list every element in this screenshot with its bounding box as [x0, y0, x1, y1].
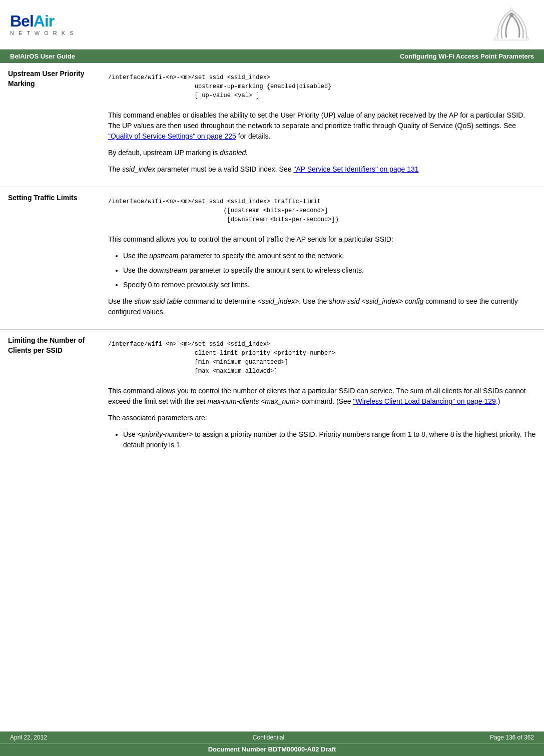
title-left: BelAirOS User Guide [10, 53, 75, 60]
clients-assoc-params: The associated parameters are: [108, 413, 536, 423]
section-traffic: Setting Traffic Limits /interface/wifi-<… [0, 187, 544, 330]
section-label-upstream: Upstream User Priority Marking [0, 63, 100, 187]
traffic-bullets: Use the upstream parameter to specify th… [123, 251, 536, 290]
code-clients: /interface/wifi-<n>-<m>/set ssid <ssid_i… [108, 336, 536, 380]
traffic-intro: This command allows you to control the a… [108, 234, 536, 245]
bullet-downstream: Use the downstream parameter to specify … [123, 265, 536, 276]
footer-wrapper: April 22, 2012 Confidential Page 136 of … [0, 731, 544, 756]
section-clients: Limiting the Number of Clients per SSID … [0, 330, 544, 463]
upstream-default: By default, upstream UP marking is disab… [108, 148, 536, 158]
footer-doc: Document Number BDTM00000-A02 Draft [0, 743, 544, 756]
upstream-ssid-param: The ssid_index parameter must be a valid… [108, 164, 536, 175]
upstream-desc1: This command enables or disables the abi… [108, 110, 536, 142]
footer-date: April 22, 2012 [10, 734, 47, 741]
section-label-traffic: Setting Traffic Limits [0, 187, 100, 330]
section-content-upstream: /interface/wifi-<n>-<m>/set ssid <ssid_i… [100, 63, 544, 187]
logo-icon [489, 5, 534, 44]
code-traffic: /interface/wifi-<n>-<m>/set ssid <ssid_i… [108, 193, 536, 228]
content-table: Upstream User Priority Marking /interfac… [0, 63, 544, 462]
qos-link[interactable]: "Quality of Service Settings" on page 22… [108, 132, 236, 140]
logo-networks: N E T W O R K S [10, 30, 75, 36]
footer-confidential: Confidential [253, 734, 284, 741]
title-bar: BelAirOS User Guide Configuring Wi-Fi Ac… [0, 50, 544, 63]
code-upstream: /interface/wifi-<n>-<m>/set ssid <ssid_i… [108, 69, 536, 104]
bullet-upstream: Use the upstream parameter to specify th… [123, 251, 536, 261]
title-right: Configuring Wi-Fi Access Point Parameter… [400, 53, 534, 60]
ap-ssid-link[interactable]: "AP Service Set Identifiers" on page 131 [293, 165, 418, 173]
section-content-clients: /interface/wifi-<n>-<m>/set ssid <ssid_i… [100, 330, 544, 463]
logo-text: BelAir [10, 13, 75, 29]
clients-desc1: This command allows you to control the n… [108, 386, 536, 407]
svg-point-1 [509, 13, 513, 17]
bullet-zero: Specify 0 to remove previously set limit… [123, 280, 536, 290]
footer-row1: April 22, 2012 Confidential Page 136 of … [0, 731, 544, 743]
bullet-priority-number: Use <priority-number> to assign a priori… [123, 429, 536, 450]
section-content-traffic: /interface/wifi-<n>-<m>/set ssid <ssid_i… [100, 187, 544, 330]
section-upstream: Upstream User Priority Marking /interfac… [0, 63, 544, 187]
page-body: Upstream User Priority Marking /interfac… [0, 63, 544, 502]
logo-area: BelAir N E T W O R K S [10, 13, 75, 36]
footer-page: Page 136 of 362 [490, 734, 534, 741]
page-header: BelAir N E T W O R K S [0, 0, 544, 50]
clients-bullets: Use <priority-number> to assign a priori… [123, 429, 536, 450]
traffic-show-cmd: Use the show ssid table command to deter… [108, 296, 536, 317]
section-label-clients: Limiting the Number of Clients per SSID [0, 330, 100, 463]
wireless-lb-link[interactable]: "Wireless Client Load Balancing" on page… [353, 397, 495, 405]
